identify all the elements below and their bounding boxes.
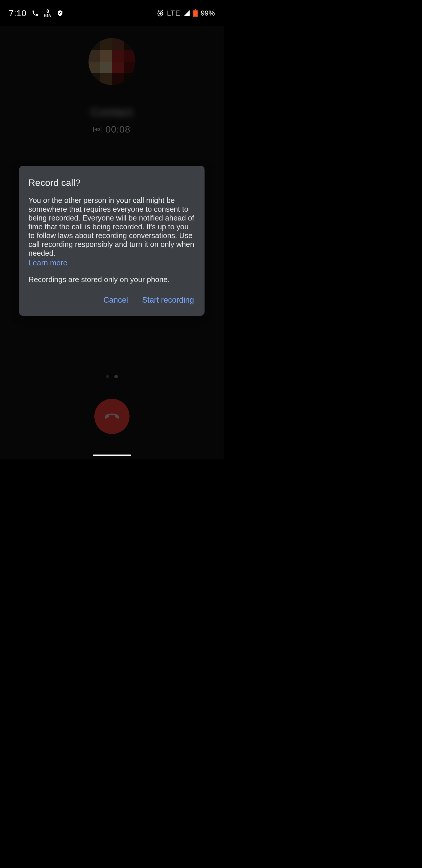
start-recording-button[interactable]: Start recording bbox=[141, 294, 195, 306]
svg-line-3 bbox=[158, 10, 159, 10]
svg-line-4 bbox=[162, 10, 163, 10]
signal-icon bbox=[183, 10, 190, 17]
status-left: 7:10 0 KB/s bbox=[9, 8, 64, 18]
svg-rect-7 bbox=[194, 11, 197, 16]
dialog-body-text: You or the other person in your call mig… bbox=[28, 196, 194, 257]
dialog-actions: Cancel Start recording bbox=[28, 294, 195, 311]
record-call-dialog: Record call? You or the other person in … bbox=[19, 166, 204, 316]
status-clock: 7:10 bbox=[9, 8, 26, 18]
phone-icon bbox=[32, 10, 39, 17]
dialog-title: Record call? bbox=[28, 178, 195, 188]
learn-more-link[interactable]: Learn more bbox=[28, 258, 67, 268]
play-protect-icon bbox=[57, 10, 64, 17]
data-rate-value: 0 bbox=[46, 9, 49, 14]
data-rate-indicator: 0 KB/s bbox=[44, 9, 51, 17]
status-right: LTE 99% bbox=[157, 9, 215, 17]
dialog-body: You or the other person in your call mig… bbox=[28, 196, 195, 267]
data-rate-unit: KB/s bbox=[44, 14, 51, 17]
status-bar: 7:10 0 KB/s LTE 99% bbox=[0, 0, 224, 26]
cancel-button[interactable]: Cancel bbox=[102, 294, 129, 306]
svg-rect-6 bbox=[195, 9, 196, 10]
battery-icon bbox=[193, 9, 198, 17]
gesture-nav-pill[interactable] bbox=[93, 455, 131, 456]
dialog-note: Recordings are stored only on your phone… bbox=[28, 275, 195, 284]
network-type-label: LTE bbox=[167, 9, 180, 17]
battery-percent: 99% bbox=[201, 9, 215, 17]
alarm-add-icon bbox=[157, 9, 164, 17]
